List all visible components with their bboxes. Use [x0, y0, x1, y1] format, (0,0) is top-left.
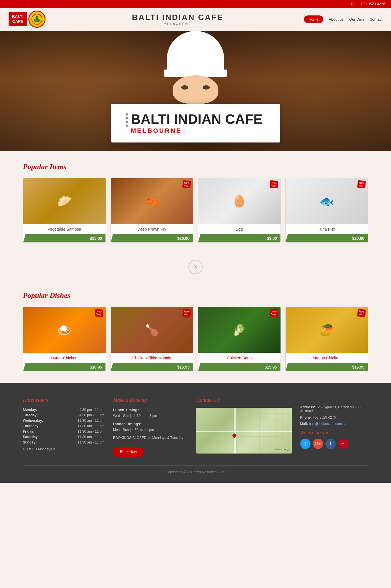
nav-dish[interactable]: Our Dish: [349, 17, 364, 21]
samosa-image: 🥟: [23, 178, 106, 224]
hero-dots: [126, 112, 128, 127]
popular-items-section: Popular Items 🥟 Vegetable Samosa $15.00 …: [0, 151, 391, 254]
book-now-button[interactable]: Book Now: [113, 447, 144, 457]
dinner-label: Dinner Timings:: [113, 422, 188, 426]
butter-image: 🍛: [23, 307, 106, 353]
fish-new-badge: NewVeg: [357, 180, 366, 188]
mango-image: 🥭: [286, 307, 368, 353]
tikka-image: 🍗: [111, 307, 193, 353]
menu-card-saag: 🥬 NewVeg Chicken Saag $15.95: [198, 307, 281, 371]
mango-price: $16.95: [286, 363, 368, 371]
egg-price: $3.00: [198, 234, 281, 242]
contact-title: Contact Us: [196, 397, 291, 403]
saag-price: $15.95: [198, 363, 281, 371]
mail-link[interactable]: balti@indiancafe.com.au: [309, 422, 347, 426]
saag-image: 🥬: [198, 307, 281, 353]
footer-contact: Contact Us View larger map ©2018 Google: [196, 397, 291, 457]
lunch-label: Lunch Timings:: [113, 408, 188, 412]
menu-card-fish: 🐟 NewVeg Tuna Fish $20.00: [285, 178, 368, 243]
prawn-price: $20.00: [111, 234, 193, 242]
hero-sign-text: BALTI INDIAN CAFE MELBOURNE: [131, 112, 262, 134]
pinterest-icon[interactable]: P: [338, 439, 348, 449]
butter-name: Butter Chicken: [23, 353, 106, 363]
site-name: BALTI INDIAN CAFE: [51, 13, 304, 22]
hero-subtitle: MELBOURNE: [131, 127, 262, 134]
nav-home[interactable]: Home: [304, 15, 323, 23]
dinner-time: Mon - Sun | 4:30pm-11 pm: [113, 428, 188, 432]
mail-detail: Mail: balti@indiancafe.com.au: [300, 422, 368, 426]
hours-monday: Monday: 4:30 pm - 11 pm: [23, 408, 104, 412]
booking-title: Make a Booking: [113, 397, 188, 403]
footer-hours: Hotel Hours Monday: 4:30 pm - 11 pm Tues…: [23, 397, 104, 457]
prawn-image: 🦐: [111, 178, 193, 224]
address-detail: Address: 126 Lygon St, Carlton VIC 3053,…: [300, 405, 368, 413]
egg-new-badge: NewVeg: [270, 180, 278, 188]
hero-section: BALTI INDIAN CAFE MELBOURNE: [0, 31, 391, 151]
prawn-new-badge: NewVeg: [182, 180, 191, 188]
logo-circle: [28, 11, 46, 28]
menu-card-samosa: 🥟 Vegetable Samosa $15.00: [23, 178, 106, 243]
menu-card-butter: 🍛 NewVeg Butter Chicken $16.95: [23, 307, 106, 371]
egg-name: Egg: [198, 224, 281, 234]
popular-dishes-grid: 🍛 NewVeg Butter Chicken $16.95 🍗 NewVeg …: [23, 307, 368, 371]
samosa-price: $15.00: [23, 234, 106, 242]
footer: Hotel Hours Monday: 4:30 pm - 11 pm Tues…: [0, 383, 391, 483]
top-bar: Call : +03 8529 4276: [0, 0, 391, 8]
fish-image: 🐟: [286, 178, 368, 224]
facebook-icon[interactable]: f: [325, 439, 336, 449]
footer-booking: Make a Booking Lunch Timings: Wed - Sun …: [113, 397, 188, 457]
hours-closed-note: CLOSED Mondays &: [23, 447, 104, 451]
logo-container: BALTI CAFE: [9, 11, 46, 28]
phone-detail: Phone: +03 8529 4276: [300, 415, 368, 419]
popular-dishes-section: Popular Dishes 🍛 NewVeg Butter Chicken $…: [0, 280, 391, 383]
tikka-new-badge: NewVeg: [182, 309, 191, 317]
prawn-name: Deep Prawn Fry: [111, 224, 193, 234]
egg-image: 🥚: [198, 178, 281, 224]
site-subtitle: MELBOURNE: [51, 22, 304, 25]
mango-name: Mango Chicken: [286, 353, 368, 363]
popular-items-title: Popular Items: [23, 163, 368, 171]
social-title: We are Social: [300, 430, 368, 436]
divider-icon: ✕: [188, 260, 203, 274]
footer-contact-detail: Address: 126 Lygon St, Carlton VIC 3053,…: [300, 397, 368, 457]
svg-rect-4: [36, 17, 37, 20]
fish-name: Tuna Fish: [286, 224, 368, 234]
menu-card-egg: 🥚 NewVeg Egg $3.00: [198, 178, 281, 243]
header: BALTI CAFE BALTI INDIAN CAFE MELBOURNE H…: [0, 8, 391, 31]
hours-tuesday: Tuesday: 4:30 pm - 11 pm: [23, 413, 104, 417]
saag-new-badge: NewVeg: [270, 309, 278, 317]
nav: Home About us Our Dish Contact: [304, 15, 382, 23]
hero-sign: BALTI INDIAN CAFE MELBOURNE: [111, 104, 280, 142]
footer-grid: Hotel Hours Monday: 4:30 pm - 11 pm Tues…: [23, 397, 368, 457]
tikka-name: Chicken Tikka Masala: [111, 353, 193, 363]
section-divider: ✕: [0, 254, 391, 280]
menu-card-prawn: 🦐 NewVeg Deep Prawn Fry $20.00: [110, 178, 193, 243]
mango-new-badge: NewVeg: [357, 309, 366, 317]
butter-price: $16.95: [23, 363, 106, 371]
hours-wednesday: Wednesday: 11:30 am - 11 pm: [23, 419, 104, 423]
booking-closed-note: BOOKINGS CLOSED on Mondays & Tuesday: [113, 436, 188, 440]
twitter-icon[interactable]: 𝕋: [300, 439, 311, 449]
phone-text: Call : +03 8529 4276: [351, 2, 385, 6]
social-icons: 𝕋 G+ f P: [300, 439, 368, 449]
popular-items-grid: 🥟 Vegetable Samosa $15.00 🦐 NewVeg Deep …: [23, 178, 368, 243]
hero-title: BALTI INDIAN CAFE: [131, 112, 262, 127]
samosa-name: Vegetable Samosa: [23, 224, 106, 234]
hours-thursday: Thursday: 11:30 am - 11 pm: [23, 424, 104, 428]
logo-badge: BALTI CAFE: [9, 12, 27, 26]
menu-card-tikka: 🍗 NewVeg Chicken Tikka Masala $16.95: [110, 307, 193, 371]
nav-about[interactable]: About us: [329, 17, 343, 21]
map-placeholder[interactable]: View larger map ©2018 Google: [196, 408, 291, 454]
menu-card-mango: 🥭 NewVeg Mango Chicken $16.95: [285, 307, 368, 371]
fish-price: $20.00: [286, 234, 368, 242]
popular-dishes-title: Popular Dishes: [23, 291, 368, 300]
lunch-time: Wed - Sun | 11:30 am - 3 pm: [113, 414, 188, 418]
google-plus-icon[interactable]: G+: [313, 439, 323, 449]
footer-copyright: Copyrights © All Rights Reserved 2015: [23, 465, 368, 474]
tikka-price: $16.95: [111, 363, 193, 371]
butter-new-badge: NewVeg: [95, 309, 103, 317]
hours-saturday: Saturday: 11:30 am - 11 pm: [23, 435, 104, 439]
nav-contact[interactable]: Contact: [370, 17, 382, 21]
hours-friday: Friday: 11:30 am - 11 pm: [23, 429, 104, 433]
saag-name: Chicken Saag: [198, 353, 281, 363]
